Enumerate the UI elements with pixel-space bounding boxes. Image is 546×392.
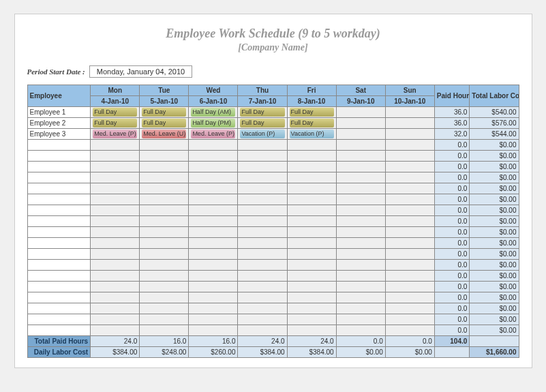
schedule-cell[interactable] (140, 183, 189, 194)
schedule-cell[interactable] (189, 249, 238, 260)
schedule-cell[interactable] (287, 325, 336, 336)
employee-cell[interactable]: Employee 2 (27, 118, 91, 129)
schedule-cell[interactable] (91, 314, 140, 325)
schedule-cell[interactable] (385, 183, 434, 194)
schedule-cell[interactable]: Half Day (PM) (189, 118, 238, 129)
schedule-cell[interactable] (238, 151, 287, 162)
schedule-cell[interactable] (385, 140, 434, 151)
schedule-cell[interactable] (189, 282, 238, 292)
schedule-cell[interactable] (189, 205, 238, 216)
schedule-cell[interactable] (140, 271, 189, 282)
schedule-cell[interactable] (189, 292, 238, 303)
schedule-cell[interactable]: Med. Leave (P) (189, 129, 238, 140)
schedule-cell[interactable] (238, 216, 287, 227)
schedule-cell[interactable] (385, 292, 434, 303)
schedule-cell[interactable]: Vacation (P) (238, 129, 287, 140)
employee-cell[interactable] (27, 303, 91, 314)
schedule-cell[interactable] (91, 205, 140, 216)
schedule-cell[interactable] (385, 107, 434, 118)
schedule-cell[interactable] (91, 282, 140, 292)
schedule-cell[interactable] (238, 271, 287, 282)
schedule-cell[interactable] (140, 151, 189, 162)
schedule-cell[interactable] (336, 238, 385, 249)
employee-cell[interactable] (27, 216, 91, 227)
schedule-cell[interactable] (140, 140, 189, 151)
schedule-cell[interactable] (91, 162, 140, 172)
employee-cell[interactable] (27, 162, 91, 172)
schedule-cell[interactable]: Med. Leave (P) (91, 129, 140, 140)
schedule-cell[interactable] (140, 162, 189, 172)
schedule-cell[interactable] (336, 162, 385, 172)
schedule-cell[interactable] (287, 227, 336, 238)
schedule-cell[interactable] (287, 292, 336, 303)
schedule-cell[interactable]: Med. Leave (U)▾ (140, 129, 189, 140)
employee-cell[interactable] (27, 183, 91, 194)
schedule-cell[interactable] (189, 238, 238, 249)
schedule-cell[interactable] (238, 172, 287, 183)
schedule-cell[interactable] (336, 172, 385, 183)
schedule-cell[interactable] (287, 249, 336, 260)
schedule-cell[interactable] (140, 249, 189, 260)
schedule-cell[interactable] (287, 140, 336, 151)
schedule-cell[interactable] (189, 227, 238, 238)
schedule-cell[interactable] (91, 271, 140, 282)
employee-cell[interactable]: Employee 3 (27, 129, 91, 140)
employee-cell[interactable] (27, 172, 91, 183)
schedule-cell[interactable] (287, 172, 336, 183)
schedule-cell[interactable] (189, 183, 238, 194)
schedule-cell[interactable] (385, 216, 434, 227)
employee-cell[interactable] (27, 314, 91, 325)
schedule-cell[interactable] (140, 194, 189, 205)
schedule-cell[interactable] (238, 292, 287, 303)
schedule-cell[interactable] (189, 194, 238, 205)
schedule-cell[interactable] (238, 227, 287, 238)
schedule-cell[interactable] (140, 238, 189, 249)
schedule-cell[interactable] (336, 107, 385, 118)
schedule-cell[interactable] (336, 183, 385, 194)
schedule-cell[interactable] (287, 314, 336, 325)
schedule-cell[interactable] (385, 325, 434, 336)
schedule-cell[interactable]: Vacation (P) (287, 129, 336, 140)
schedule-cell[interactable] (238, 303, 287, 314)
schedule-cell[interactable] (189, 314, 238, 325)
schedule-cell[interactable] (385, 282, 434, 292)
employee-cell[interactable] (27, 140, 91, 151)
schedule-cell[interactable] (189, 140, 238, 151)
schedule-cell[interactable] (385, 129, 434, 140)
schedule-cell[interactable] (287, 194, 336, 205)
schedule-cell[interactable] (238, 260, 287, 271)
schedule-cell[interactable] (287, 260, 336, 271)
schedule-cell[interactable] (336, 194, 385, 205)
schedule-cell[interactable] (336, 227, 385, 238)
employee-cell[interactable] (27, 282, 91, 292)
schedule-cell[interactable] (385, 249, 434, 260)
schedule-cell[interactable] (140, 292, 189, 303)
schedule-cell[interactable] (91, 292, 140, 303)
schedule-cell[interactable] (385, 172, 434, 183)
period-date-input[interactable]: Monday, January 04, 2010 (89, 65, 192, 78)
schedule-cell[interactable]: Full Day (91, 118, 140, 129)
schedule-cell[interactable] (91, 172, 140, 183)
employee-cell[interactable] (27, 271, 91, 282)
schedule-cell[interactable] (336, 205, 385, 216)
schedule-cell[interactable] (91, 249, 140, 260)
schedule-cell[interactable] (287, 205, 336, 216)
schedule-cell[interactable] (91, 151, 140, 162)
schedule-cell[interactable] (336, 249, 385, 260)
schedule-cell[interactable] (336, 325, 385, 336)
schedule-cell[interactable]: Full Day (238, 118, 287, 129)
schedule-cell[interactable] (140, 282, 189, 292)
schedule-cell[interactable] (140, 314, 189, 325)
schedule-cell[interactable]: Full Day (287, 107, 336, 118)
schedule-cell[interactable] (385, 118, 434, 129)
schedule-cell[interactable] (385, 227, 434, 238)
schedule-cell[interactable] (287, 183, 336, 194)
schedule-cell[interactable] (238, 314, 287, 325)
schedule-cell[interactable] (336, 271, 385, 282)
schedule-cell[interactable] (91, 238, 140, 249)
schedule-cell[interactable] (385, 314, 434, 325)
employee-cell[interactable] (27, 227, 91, 238)
schedule-cell[interactable] (91, 194, 140, 205)
schedule-cell[interactable] (336, 140, 385, 151)
schedule-cell[interactable] (189, 325, 238, 336)
